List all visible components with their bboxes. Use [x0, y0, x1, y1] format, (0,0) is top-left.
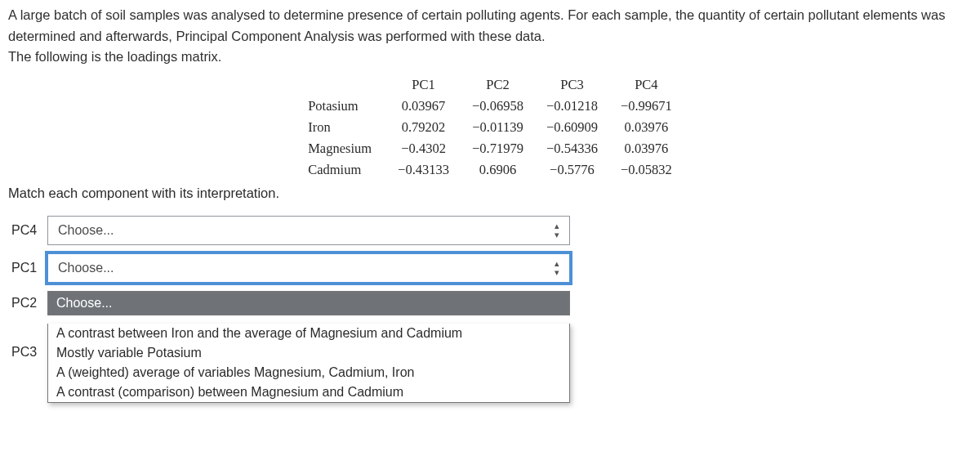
intro-paragraph-1: A large batch of soil samples was analys…	[8, 5, 972, 47]
match-section: PC4 Choose... ▴▾ PC1 Choose... ▴▾ PC2 Ch…	[8, 216, 972, 403]
select-pc2-value: Choose...	[56, 296, 112, 311]
select-pc1[interactable]: Choose... ▴▾	[47, 253, 570, 283]
table-row: Potasium 0.03967 −0.06958 −0.01218 −0.99…	[296, 96, 684, 117]
col-pc2: PC2	[461, 74, 535, 96]
row-cadmium: Cadmium	[296, 159, 386, 181]
match-row-pc1: PC1 Choose... ▴▾	[11, 253, 972, 283]
match-row-pc2: PC2 Choose...	[11, 291, 972, 315]
select-pc4-value: Choose...	[58, 223, 114, 238]
row-potasium: Potasium	[296, 96, 386, 117]
row-magnesium: Magnesium	[296, 138, 386, 159]
option-weighted-average[interactable]: A (weighted) average of variables Magnes…	[48, 363, 569, 382]
match-label-pc2: PC2	[11, 296, 47, 311]
intro-paragraph-2: The following is the loadings matrix.	[8, 47, 972, 68]
col-pc1: PC1	[386, 74, 461, 96]
match-label-pc3: PC3	[11, 324, 47, 360]
table-row: Iron 0.79202 −0.01139 −0.60909 0.03976	[296, 117, 684, 138]
match-label-pc4: PC4	[11, 223, 47, 238]
match-label-pc1: PC1	[11, 261, 47, 275]
row-iron: Iron	[296, 117, 386, 138]
table-row: Cadmium −0.43133 0.6906 −0.5776 −0.05832	[296, 159, 684, 181]
select-pc4[interactable]: Choose... ▴▾	[47, 216, 570, 245]
loadings-table: PC1 PC2 PC3 PC4 Potasium 0.03967 −0.0695…	[296, 74, 684, 181]
option-mostly-potasium[interactable]: Mostly variable Potasium	[48, 343, 569, 363]
question-intro: A large batch of soil samples was analys…	[8, 5, 972, 68]
chevron-updown-icon: ▴▾	[555, 221, 559, 239]
option-contrast-iron[interactable]: A contrast between Iron and the average …	[48, 324, 569, 343]
option-contrast-mg-cd[interactable]: A contrast (comparison) between Magnesiu…	[48, 382, 569, 402]
col-pc3: PC3	[535, 74, 609, 96]
col-pc4: PC4	[609, 74, 684, 96]
match-row-pc4: PC4 Choose... ▴▾	[11, 216, 972, 245]
match-prompt: Match each component with its interpreta…	[8, 186, 972, 201]
table-row: Magnesium −0.4302 −0.71979 −0.54336 0.03…	[296, 138, 684, 159]
chevron-updown-icon: ▴▾	[555, 259, 559, 277]
select-pc1-value: Choose...	[58, 261, 114, 275]
match-row-pc3: PC3 A contrast between Iron and the aver…	[11, 324, 972, 403]
select-pc2[interactable]: Choose...	[47, 291, 570, 315]
select-pc2-options: A contrast between Iron and the average …	[47, 324, 570, 403]
